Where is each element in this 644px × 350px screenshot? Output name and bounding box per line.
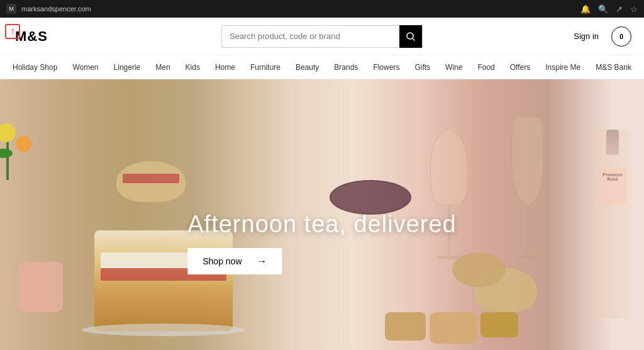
nav-item-furniture[interactable]: Furniture [243, 55, 288, 79]
nav-item-holiday-shop[interactable]: Holiday Shop [5, 55, 65, 79]
back-indicator: ↑ [5, 24, 20, 39]
search-input[interactable] [222, 31, 399, 41]
main-nav: Holiday Shop Women Lingerie Men Kids Hom… [0, 55, 644, 79]
mug-image [19, 262, 63, 312]
cart-button[interactable]: 0 [611, 26, 631, 47]
nav-item-wine[interactable]: Wine [438, 55, 470, 79]
nav-item-lingerie[interactable]: Lingerie [106, 55, 148, 79]
search-button[interactable] [399, 25, 422, 48]
nav-item-flowers[interactable]: Flowers [365, 55, 407, 79]
nav-item-offers[interactable]: Offers [502, 55, 538, 79]
nav-item-kids[interactable]: Kids [178, 55, 208, 79]
nav-item-gifts[interactable]: Gifts [407, 55, 438, 79]
sign-in-button[interactable]: Sign in [574, 31, 599, 41]
share-icon[interactable]: ↗ [616, 4, 623, 14]
bottle-image: ProseccoRosé [594, 130, 631, 319]
jam-bowl [330, 180, 411, 215]
scone-extra [452, 252, 506, 287]
search-icon[interactable]: 🔍 [598, 4, 608, 14]
hero-text-block: Afternoon tea, delivered Shop now → [187, 211, 457, 274]
url-bar: marksandspencer.com [21, 5, 575, 13]
header-right: Sign in 0 [574, 26, 631, 47]
nav-item-home[interactable]: Home [208, 55, 243, 79]
nav-item-food[interactable]: Food [470, 55, 502, 79]
notification-icon[interactable]: 🔔 [580, 4, 591, 14]
shop-now-arrow-icon: → [257, 256, 267, 267]
plate-image [82, 324, 245, 336]
shop-now-label: Shop now [203, 256, 242, 266]
bookmark-icon[interactable]: ☆ [630, 4, 638, 14]
hero-banner: ProseccoRosé Afternoon tea, delivered Sh… [0, 79, 644, 350]
back-arrow-icon: ↑ [5, 24, 20, 39]
hero-title: Afternoon tea, delivered [187, 211, 457, 238]
browser-icons: 🔔 🔍 ↗ ☆ [580, 4, 638, 14]
nav-item-women[interactable]: Women [65, 55, 106, 79]
nav-item-inspire-me[interactable]: Inspire Me [538, 55, 588, 79]
search-container [221, 25, 423, 48]
nav-item-brands[interactable]: Brands [326, 55, 365, 79]
scone-jam [123, 174, 179, 183]
flowers-decoration [0, 130, 44, 205]
nav-item-beauty[interactable]: Beauty [288, 55, 326, 79]
site-header: M&S Sign in 0 [0, 18, 644, 55]
shop-now-button[interactable]: Shop now → [187, 248, 282, 274]
bread-items [385, 312, 518, 344]
browser-bar: M marksandspencer.com 🔔 🔍 ↗ ☆ [0, 0, 644, 18]
champagne-glass [512, 117, 543, 281]
cart-icon: 0 [611, 26, 631, 47]
svg-line-1 [413, 38, 414, 40]
cart-count: 0 [619, 33, 623, 40]
nav-item-ms-bank[interactable]: M&S Bank [588, 55, 639, 79]
favicon: M [6, 4, 16, 14]
nav-item-men[interactable]: Men [148, 55, 177, 79]
